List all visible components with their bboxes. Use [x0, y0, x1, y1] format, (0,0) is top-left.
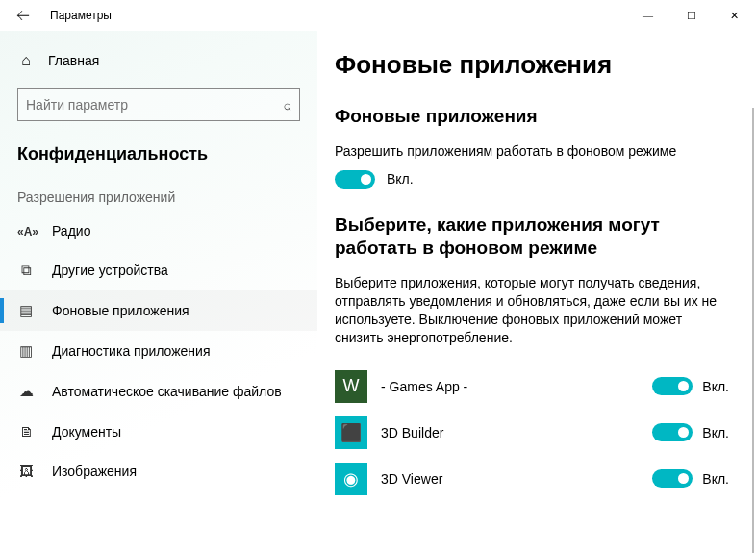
- window-title: Параметры: [50, 9, 112, 22]
- search-input[interactable]: [26, 97, 284, 113]
- titlebar: 🡠 Параметры — ☐ ✕: [0, 0, 756, 31]
- app-icon: W: [335, 370, 367, 403]
- app-toggle-state: Вкл.: [702, 425, 729, 440]
- app-name: 3D Builder: [381, 425, 639, 440]
- nav-icon: 🖼: [17, 463, 35, 479]
- sidebar-item[interactable]: ⧉ Другие устройства: [0, 250, 317, 290]
- back-button[interactable]: 🡠: [8, 0, 38, 31]
- app-name: 3D Viewer: [381, 471, 639, 487]
- home-nav[interactable]: ⌂ Главная: [0, 42, 317, 79]
- app-toggle[interactable]: [652, 377, 693, 395]
- app-toggle-state: Вкл.: [702, 471, 729, 487]
- app-row: ◉ 3D Viewer Вкл.: [335, 463, 729, 495]
- nav-label: Автоматическое скачивание файлов: [52, 384, 282, 399]
- sidebar-item[interactable]: 🖼 Изображения: [0, 451, 317, 490]
- sidebar-item[interactable]: ▤ Фоновые приложения: [0, 290, 317, 331]
- nav-label: Другие устройства: [52, 263, 168, 278]
- minimize-button[interactable]: —: [626, 0, 669, 31]
- nav-label: Документы: [52, 424, 121, 440]
- nav-label: Диагностика приложения: [52, 343, 210, 359]
- app-toggle-state: Вкл.: [702, 379, 729, 394]
- sidebar: ⌂ Главная ⌕ Конфиденциальность Разрешени…: [0, 31, 317, 553]
- page-title: Фоновые приложения: [335, 50, 729, 80]
- sidebar-item[interactable]: ▥ Диагностика приложения: [0, 331, 317, 371]
- nav-icon: «A»: [17, 222, 35, 239]
- home-icon: ⌂: [17, 52, 35, 69]
- nav-icon: ▥: [17, 342, 35, 360]
- section2-title: Выберите, какие приложения могут работат…: [335, 214, 729, 261]
- close-button[interactable]: ✕: [713, 0, 756, 31]
- search-icon: ⌕: [284, 97, 291, 113]
- nav-icon: ▤: [17, 302, 35, 319]
- app-toggle[interactable]: [652, 469, 693, 488]
- app-icon: ◉: [335, 463, 367, 495]
- app-icon: ⬛: [335, 416, 367, 449]
- section1-title: Фоновые приложения: [335, 105, 729, 129]
- section2-desc: Выберите приложения, которые могут получ…: [335, 274, 729, 347]
- nav-icon: ☁: [17, 383, 35, 400]
- master-toggle-state: Вкл.: [387, 171, 414, 187]
- nav-icon: 🗎: [17, 423, 35, 440]
- scrollbar-rail[interactable]: [752, 108, 754, 553]
- window-controls: — ☐ ✕: [626, 0, 756, 31]
- main-panel: Фоновые приложения Фоновые приложения Ра…: [317, 31, 756, 553]
- sidebar-item[interactable]: «A» Радио: [0, 211, 317, 250]
- home-label: Главная: [48, 53, 99, 68]
- sidebar-item[interactable]: 🗎 Документы: [0, 412, 317, 451]
- group-title: Разрешения приложений: [0, 186, 317, 211]
- app-row: W - Games App - Вкл.: [335, 370, 729, 403]
- nav-label: Радио: [52, 223, 90, 239]
- nav-label: Фоновые приложения: [52, 303, 189, 318]
- nav-label: Изображения: [52, 464, 137, 479]
- app-row: ⬛ 3D Builder Вкл.: [335, 416, 729, 449]
- app-list: W - Games App - Вкл. ⬛ 3D Builder Вкл. ◉…: [335, 370, 729, 495]
- sidebar-item[interactable]: ☁ Автоматическое скачивание файлов: [0, 371, 317, 412]
- nav-list: «A» Радио⧉ Другие устройства▤ Фоновые пр…: [0, 211, 317, 490]
- section-title: Конфиденциальность: [0, 138, 317, 186]
- app-toggle[interactable]: [652, 423, 693, 441]
- app-name: - Games App -: [381, 379, 639, 394]
- maximize-button[interactable]: ☐: [669, 0, 713, 31]
- section1-desc: Разрешить приложениям работать в фоновом…: [335, 142, 729, 161]
- nav-icon: ⧉: [17, 262, 35, 279]
- master-toggle[interactable]: [335, 170, 375, 189]
- search-input-wrap[interactable]: ⌕: [17, 88, 300, 121]
